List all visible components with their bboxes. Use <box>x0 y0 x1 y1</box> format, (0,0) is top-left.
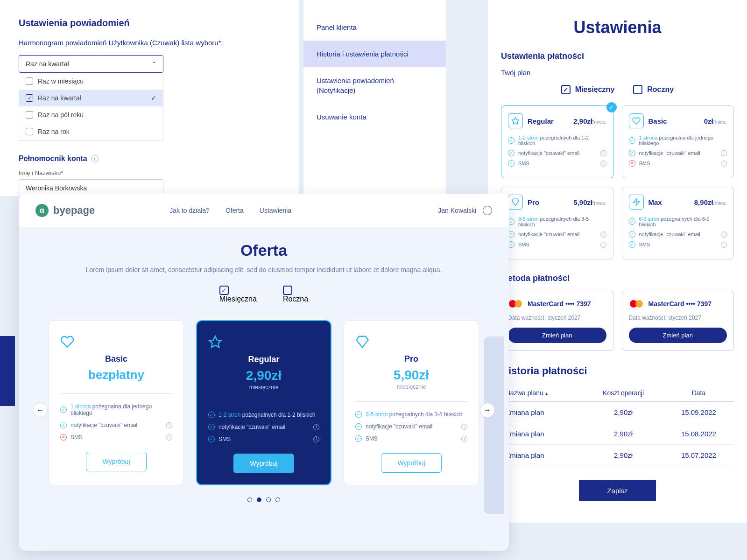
star-icon <box>208 335 319 349</box>
star-icon <box>508 113 523 128</box>
billing-period-toggle: ✓ Miesięczny Roczny <box>501 85 734 94</box>
svg-marker-0 <box>512 118 519 124</box>
checkbox-icon <box>26 111 33 119</box>
brand-logo[interactable]: α byepage <box>35 204 95 217</box>
pricing-carousel: ← Basic bezpłatny ✓1 strona pożegnalna d… <box>35 320 492 485</box>
notification-settings-panel: Ustawienia powiadomień Harmonogram powia… <box>0 0 299 196</box>
check-icon: ✓ <box>151 94 156 102</box>
info-icon[interactable]: i <box>166 434 172 441</box>
info-icon[interactable]: i <box>600 231 606 238</box>
col-plan[interactable]: Nazwa planu▴ <box>501 385 583 402</box>
chevron-up-icon: ⌃ <box>152 61 156 67</box>
info-icon[interactable]: i <box>461 424 467 430</box>
try-button[interactable]: Wypróbuj <box>233 454 294 473</box>
info-icon[interactable]: i <box>721 242 727 248</box>
selected-badge-icon: ✓ <box>606 102 617 112</box>
mastercard-icon <box>629 299 644 309</box>
user-menu[interactable]: Jan Kowalski <box>438 206 492 215</box>
info-icon[interactable]: i <box>91 155 99 162</box>
carousel-dot[interactable] <box>266 497 271 502</box>
carousel-dot[interactable] <box>275 497 280 502</box>
check-icon: ✓ <box>60 422 67 428</box>
info-icon[interactable]: i <box>600 150 606 156</box>
schedule-select[interactable]: Raz na kwartał ⌃ <box>19 55 163 73</box>
try-button[interactable]: Wypróbuj <box>381 453 441 473</box>
check-icon: ✓ <box>629 137 635 144</box>
payment-card: MasterCard •••• 7397 Data ważności: styc… <box>501 291 613 351</box>
notif-title: Ustawienia powiadomień <box>19 18 280 28</box>
schedule-option[interactable]: Raz na pół roku <box>19 106 163 123</box>
nav-link[interactable]: Jak to działa? <box>169 207 210 214</box>
nav-link[interactable]: Ustawienia <box>260 207 291 214</box>
check-icon: ✓ <box>629 150 635 156</box>
carousel-next-button[interactable]: → <box>480 403 495 418</box>
info-icon[interactable]: i <box>166 422 172 428</box>
col-date[interactable]: Data <box>663 385 734 402</box>
info-icon[interactable]: i <box>313 436 319 442</box>
change-plan-button[interactable]: Zmień plan <box>629 328 727 343</box>
checkbox-checked-icon: ✓ <box>219 286 229 295</box>
info-icon[interactable]: i <box>721 150 727 156</box>
check-icon: ✓ <box>208 424 215 430</box>
carousel-prev-button[interactable]: ← <box>33 403 48 418</box>
col-cost[interactable]: Koszt operacji <box>583 385 663 402</box>
info-icon[interactable]: i <box>313 424 319 430</box>
history-heading: Historia płatności <box>501 365 734 377</box>
schedule-option[interactable]: Raz w miesiącu <box>19 73 163 90</box>
settings-title: Ustawienia <box>501 18 734 37</box>
check-icon: ✓ <box>355 435 362 442</box>
user-icon <box>483 206 492 215</box>
svg-marker-1 <box>633 199 640 206</box>
table-row: Zmiana plan2,90zł15.08.2022 <box>501 423 734 445</box>
decorative-block <box>0 336 15 406</box>
price-card-basic: Basic bezpłatny ✓1 strona pożegnalna dla… <box>49 320 184 485</box>
plan-card-regular[interactable]: ✓ Regular 2,90zł/mies. ✓1-2 stron pożegn… <box>501 105 613 178</box>
checkbox-icon <box>633 85 642 94</box>
checkbox-checked-icon: ✓ <box>26 94 33 102</box>
carousel-dots <box>35 497 492 502</box>
offer-body: Oferta Lorem ipsum dolor sit amet, conse… <box>19 227 509 516</box>
check-icon: ✓ <box>60 406 67 413</box>
info-icon[interactable]: i <box>461 436 467 442</box>
info-icon[interactable]: i <box>600 242 606 248</box>
diamond-icon <box>355 335 467 349</box>
checkbox-icon <box>26 77 33 85</box>
period-yearly[interactable]: Roczna <box>283 286 308 303</box>
period-yearly[interactable]: Roczny <box>633 85 674 94</box>
info-icon[interactable]: i <box>721 231 727 238</box>
carousel-dot[interactable] <box>257 497 261 502</box>
bolt-icon <box>629 195 644 210</box>
try-button[interactable]: Wypróbuj <box>86 452 146 471</box>
plan-grid: ✓ Regular 2,90zł/mies. ✓1-2 stron pożegn… <box>501 105 734 259</box>
save-button[interactable]: Zapisz <box>579 480 655 501</box>
plan-card-pro[interactable]: Pro 5,90zł/mies. ✓3-5 stron pożegnalnych… <box>501 187 613 259</box>
check-icon: ✓ <box>508 231 514 238</box>
x-icon: ✕ <box>629 160 635 167</box>
carousel-dot[interactable] <box>247 497 252 502</box>
nav-item-panel[interactable]: Panel klienta <box>303 14 446 41</box>
schedule-selected-value: Raz na kwartał <box>26 60 69 68</box>
info-icon[interactable]: i <box>600 161 606 167</box>
info-icon[interactable]: i <box>721 161 727 167</box>
change-plan-button[interactable]: Zmień plan <box>508 328 606 343</box>
check-icon: ✓ <box>355 411 362 418</box>
period-monthly[interactable]: ✓ Miesięczna <box>219 286 257 303</box>
plan-card-max[interactable]: Max 8,90zł/mies. ✓6-9 stron pożegnalnych… <box>622 187 734 259</box>
plan-card-basic[interactable]: Basic 0zł/mies. ✓1 strona pożegnalna dla… <box>622 105 734 178</box>
proxy-heading: Pełnomocnik konta i <box>19 154 280 163</box>
schedule-option[interactable]: ✓ Raz na kwartał ✓ <box>19 90 163 106</box>
nav-item-notifications[interactable]: Ustawienia powiadomień (Notyfikacje) <box>303 67 446 104</box>
period-monthly[interactable]: ✓ Miesięczny <box>561 85 614 94</box>
offer-page: α byepage Jak to działa? Oferta Ustawien… <box>19 194 509 551</box>
check-icon: ✓ <box>508 218 514 225</box>
nav-item-delete[interactable]: Usuwanie konta <box>303 104 446 130</box>
check-icon: ✓ <box>629 241 635 248</box>
plan-subhead: Twój plan <box>501 69 734 77</box>
nav-item-payments[interactable]: Historia i ustawienia płatności <box>303 41 446 67</box>
nav-link[interactable]: Oferta <box>226 207 244 214</box>
table-row: Zmiana plan2,90zł15.09.2022 <box>501 402 734 423</box>
checkbox-checked-icon: ✓ <box>561 85 571 94</box>
schedule-option[interactable]: Raz na rok <box>19 123 163 140</box>
sort-asc-icon: ▴ <box>545 391 548 396</box>
check-icon: ✓ <box>629 218 635 225</box>
